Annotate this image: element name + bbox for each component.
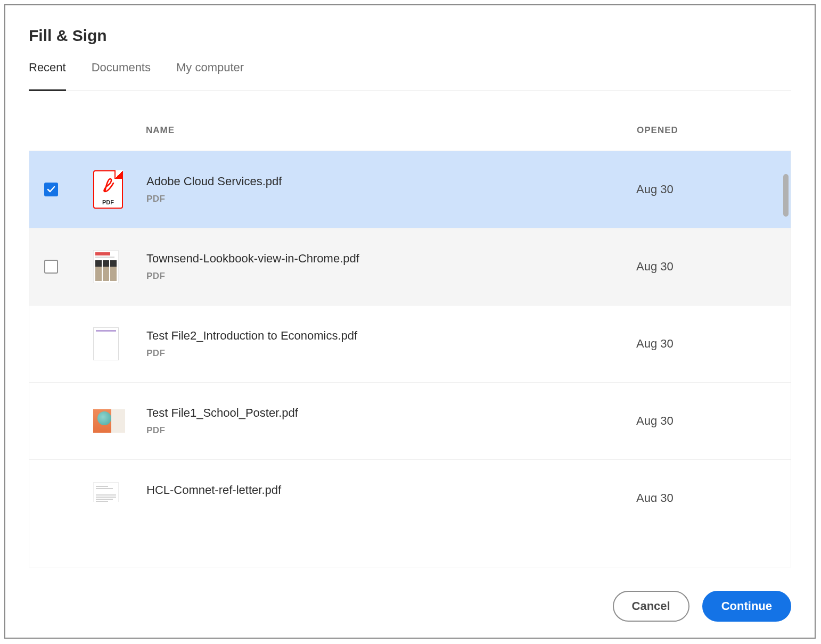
file-opened-date: Aug 30: [636, 260, 791, 274]
file-thumbnail: PDF: [93, 170, 146, 209]
file-row[interactable]: HCL-Comnet-ref-letter.pdf PDF Aug 30: [29, 460, 791, 502]
pdf-file-icon: PDF: [93, 170, 123, 209]
file-checkbox[interactable]: [44, 260, 58, 274]
file-type: PDF: [146, 425, 626, 436]
file-type: PDF: [146, 348, 626, 359]
scrollbar-thumb[interactable]: [783, 174, 789, 217]
file-opened-date: Aug 30: [636, 414, 791, 428]
file-list: PDF Adobe Cloud Services.pdf PDF Aug 30 …: [29, 151, 791, 567]
file-name: HCL-Comnet-ref-letter.pdf: [146, 483, 626, 497]
file-row[interactable]: Test File2_Introduction to Economics.pdf…: [29, 306, 791, 383]
file-opened-date: Aug 30: [636, 491, 791, 502]
file-thumbnail: [93, 250, 146, 283]
file-row[interactable]: Test File1_School_Poster.pdf PDF Aug 30: [29, 383, 791, 460]
file-picker-dialog: Fill & Sign Recent Documents My computer…: [4, 4, 816, 639]
column-header-name[interactable]: NAME: [146, 125, 637, 136]
file-opened-date: Aug 30: [636, 337, 791, 351]
file-row[interactable]: PDF Adobe Cloud Services.pdf PDF Aug 30: [29, 151, 791, 228]
table-header: NAME OPENED: [29, 110, 791, 151]
file-thumbnail: [93, 327, 146, 360]
pdf-icon-label: PDF: [94, 199, 122, 205]
tab-my-computer[interactable]: My computer: [176, 61, 244, 90]
file-name: Townsend-Lookbook-view-in-Chrome.pdf: [146, 252, 626, 266]
file-opened-date: Aug 30: [636, 183, 791, 196]
cancel-button[interactable]: Cancel: [613, 591, 689, 622]
dialog-title: Fill & Sign: [29, 27, 791, 45]
document-thumbnail: [93, 409, 125, 433]
file-thumbnail: [93, 482, 146, 502]
continue-button[interactable]: Continue: [702, 591, 791, 622]
tabs: Recent Documents My computer: [29, 61, 791, 91]
pdf-loop-icon: [101, 176, 116, 195]
file-name: Test File1_School_Poster.pdf: [146, 406, 626, 420]
tab-documents[interactable]: Documents: [92, 61, 151, 90]
check-icon: [47, 185, 55, 194]
dialog-footer: Cancel Continue: [29, 567, 791, 622]
document-thumbnail: [93, 327, 119, 360]
file-type: PDF: [146, 194, 626, 204]
file-name: Adobe Cloud Services.pdf: [146, 175, 626, 188]
file-name: Test File2_Introduction to Economics.pdf: [146, 329, 626, 343]
file-row[interactable]: Townsend-Lookbook-view-in-Chrome.pdf PDF…: [29, 228, 791, 306]
file-thumbnail: [93, 409, 146, 433]
file-checkbox[interactable]: [44, 183, 58, 196]
column-header-opened[interactable]: OPENED: [637, 125, 791, 136]
document-thumbnail: [93, 482, 119, 502]
file-type: PDF: [146, 271, 626, 282]
tab-recent[interactable]: Recent: [29, 61, 66, 90]
document-thumbnail: [93, 250, 119, 283]
